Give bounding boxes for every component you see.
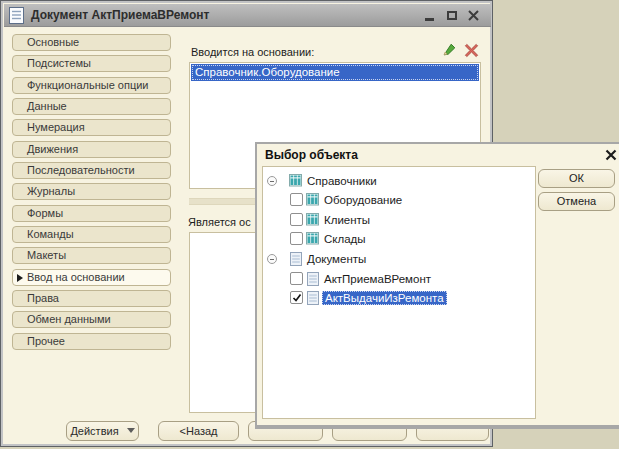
tab-zhurnaly[interactable]: Журналы — [12, 183, 171, 200]
tree-item-label: АктПриемаВРемонт — [324, 272, 431, 286]
dialog-title: Выбор объекта — [265, 148, 358, 162]
tab-obmen-dannymi[interactable]: Обмен данными — [12, 311, 171, 328]
tab-label: Прочее — [27, 335, 65, 347]
tab-label: Команды — [27, 228, 74, 240]
tab-label: Нумерация — [27, 121, 85, 133]
catalog-icon — [306, 213, 319, 226]
collapse-icon[interactable] — [267, 176, 277, 186]
tab-formy[interactable]: Формы — [12, 205, 171, 222]
tab-label: Ввод на основании — [27, 271, 125, 283]
document-icon — [307, 291, 319, 305]
list-item-selected[interactable]: Справочник.Оборудование — [191, 64, 479, 81]
ok-button-label: ОК — [569, 172, 584, 184]
cancel-button[interactable]: Отмена — [538, 192, 615, 211]
object-tree[interactable]: Справочники Оборудование — [262, 166, 536, 419]
tree-group-label: Справочники — [307, 174, 377, 188]
actions-button[interactable]: Действия — [66, 421, 139, 441]
close-icon — [468, 10, 479, 21]
tab-prava[interactable]: Права — [12, 290, 171, 307]
tree-item-label: Оборудование — [324, 193, 402, 207]
tab-label: Журналы — [27, 185, 75, 197]
pencil-icon — [441, 41, 458, 58]
tab-label: Данные — [27, 100, 67, 112]
window-titlebar[interactable]: Документ АктПриемаВРемонт — [4, 4, 491, 27]
tree-item-label: Склады — [324, 232, 366, 246]
chevron-down-icon — [127, 428, 135, 433]
actions-button-label: Действия — [70, 425, 118, 437]
tab-funkcionalnye-opcii[interactable]: Функциональные опции — [12, 77, 171, 94]
tab-label: Последовательности — [27, 164, 135, 176]
tab-label: Подсистемы — [27, 57, 91, 69]
window-title: Документ АктПриемаВРемонт — [31, 8, 209, 22]
tree-group-label: Документы — [307, 252, 366, 266]
checkbox-unchecked[interactable] — [290, 193, 303, 206]
document-icon — [9, 7, 24, 24]
desktop: Документ АктПриемаВРемонт Основные Подси… — [0, 0, 619, 449]
tab-makety[interactable]: Макеты — [12, 247, 171, 264]
checkbox-unchecked[interactable] — [290, 272, 303, 285]
tab-label: Основные — [27, 36, 79, 48]
tree-item-sklady[interactable]: Склады — [264, 230, 534, 248]
minimize-icon — [425, 18, 434, 21]
back-button-label: <Назад — [180, 425, 218, 437]
tree-item-dokumenty[interactable]: Документы — [264, 250, 534, 268]
basis-for-label: Является ос — [188, 216, 251, 228]
catalog-icon — [306, 232, 319, 245]
minimize-button[interactable] — [422, 8, 437, 23]
document-icon — [290, 252, 302, 266]
checkbox-checked[interactable] — [290, 291, 303, 304]
maximize-icon — [447, 11, 457, 20]
tree-item-spravochniki[interactable]: Справочники — [264, 172, 534, 190]
tab-label: Функциональные опции — [27, 79, 148, 91]
tree-item-oborudovanie[interactable]: Оборудование — [264, 191, 534, 209]
close-button[interactable] — [466, 8, 481, 23]
delete-button[interactable] — [462, 41, 481, 60]
catalog-icon — [306, 193, 319, 206]
tree-item-label: Клиенты — [324, 213, 370, 227]
dialog-titlebar[interactable]: Выбор объекта — [257, 144, 619, 165]
active-tab-arrow-icon — [17, 274, 23, 282]
select-object-dialog: Выбор объекта Справочники — [255, 142, 619, 429]
tab-label: Права — [27, 292, 59, 304]
tree-item-aktvydachiizremonta[interactable]: АктВыдачиИзРемонта — [264, 289, 534, 307]
tab-dannye[interactable]: Данные — [12, 98, 171, 115]
tree-item-klienty[interactable]: Клиенты — [264, 211, 534, 229]
tab-numeraciya[interactable]: Нумерация — [12, 119, 171, 136]
tab-label: Макеты — [27, 249, 66, 261]
maximize-button[interactable] — [444, 8, 459, 23]
tab-vvod-na-osnovanii[interactable]: Ввод на основании — [12, 269, 171, 286]
tab-komandy[interactable]: Команды — [12, 226, 171, 243]
tab-label: Формы — [27, 207, 63, 219]
catalog-icon — [289, 174, 302, 187]
collapse-icon[interactable] — [267, 254, 277, 264]
tab-prochee[interactable]: Прочее — [12, 333, 171, 350]
x-icon — [464, 43, 479, 58]
document-icon — [307, 272, 319, 286]
tab-podsistemy[interactable]: Подсистемы — [12, 55, 171, 72]
tab-dvizheniya[interactable]: Движения — [12, 141, 171, 158]
tree-item-label-selected: АктВыдачиИзРемонта — [322, 291, 447, 305]
close-icon — [605, 149, 617, 161]
checkmark-icon — [292, 293, 302, 303]
edit-button[interactable] — [440, 40, 459, 59]
dialog-close-button[interactable] — [603, 147, 619, 163]
checkbox-unchecked[interactable] — [290, 232, 303, 245]
ok-button[interactable]: ОК — [538, 169, 615, 188]
tab-label: Обмен данными — [27, 313, 111, 325]
tab-posledovatelnosti[interactable]: Последовательности — [12, 162, 171, 179]
cancel-button-label: Отмена — [557, 195, 596, 207]
tree-item-aktpriemavremont[interactable]: АктПриемаВРемонт — [264, 270, 534, 288]
checkbox-unchecked[interactable] — [290, 213, 303, 226]
tab-label: Движения — [27, 143, 78, 155]
back-button[interactable]: <Назад — [158, 421, 239, 441]
based-on-label: Вводится на основании: — [191, 46, 314, 58]
tab-osnovnye[interactable]: Основные — [12, 34, 171, 51]
